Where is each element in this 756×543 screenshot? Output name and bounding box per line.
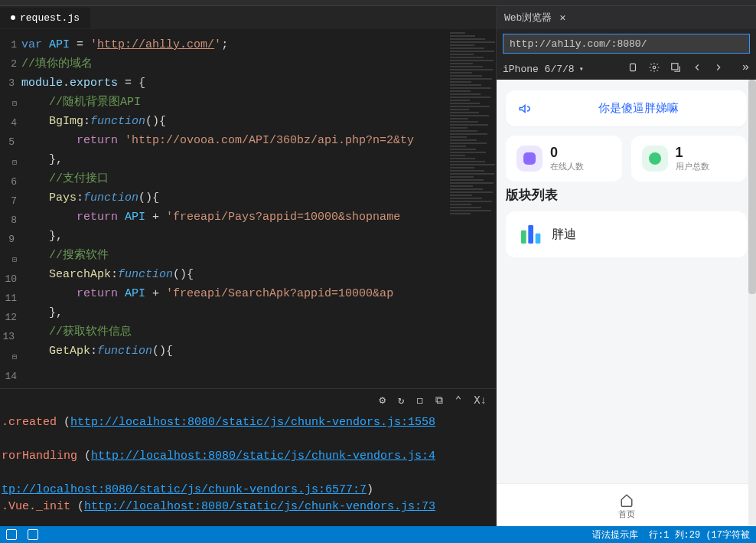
more-icon[interactable]	[739, 62, 750, 76]
editor-pane: request.js 123 ⊟45 ⊟6789 ⊟10111213 ⊟1415…	[0, 6, 496, 526]
svg-point-1	[653, 66, 656, 69]
nav-home[interactable]: 首页	[618, 493, 635, 520]
svg-rect-5	[536, 234, 541, 244]
users-label: 用户总数	[676, 161, 709, 172]
editor-tab-requestjs[interactable]: request.js	[0, 8, 90, 28]
external-icon[interactable]: ⧉	[435, 394, 443, 407]
browser-tab[interactable]: Web浏览器 ✕	[497, 6, 756, 29]
online-count: 0	[550, 145, 584, 161]
bottom-nav: 首页	[497, 483, 756, 526]
stats-row: 0 在线人数 1 用户总数	[506, 136, 747, 182]
svg-rect-3	[521, 231, 526, 244]
section-title: 版块列表	[506, 186, 747, 204]
scrollbar-thumb[interactable]	[748, 80, 756, 294]
tab-filename: request.js	[20, 12, 80, 24]
users-icon	[642, 146, 668, 172]
main-area: request.js 123 ⊟45 ⊟6789 ⊟10111213 ⊟1415…	[0, 6, 756, 526]
home-icon	[619, 493, 634, 507]
preview-body[interactable]: 你是傻逼胖娣嘛 0 在线人数 1 用户总数	[497, 80, 756, 483]
mobile-preview: 你是傻逼胖娣嘛 0 在线人数 1 用户总数	[497, 80, 756, 526]
stat-users[interactable]: 1 用户总数	[631, 136, 748, 182]
speaker-icon	[518, 102, 532, 116]
console-toolbar: ⚙ ↻ ◻ ⧉ ⌃ X↓	[0, 388, 496, 411]
forward-icon[interactable]	[713, 62, 724, 76]
syntax-label[interactable]: 语法提示库	[592, 528, 638, 541]
status-bar: 语法提示库 行:1 列:29 (17字符被	[0, 526, 756, 543]
back-icon[interactable]	[692, 62, 702, 76]
rotate-icon[interactable]	[627, 62, 638, 76]
status-icon-2[interactable]	[28, 529, 38, 540]
forum-name: 胖迪	[552, 227, 576, 243]
reload-icon[interactable]: ↻	[398, 394, 404, 407]
url-input[interactable]: http://ahlly.com/:8080/	[503, 34, 750, 54]
online-icon	[516, 146, 543, 172]
popout-icon[interactable]	[670, 62, 681, 76]
preview-scrollbar[interactable]	[748, 80, 756, 526]
announcement-text: 你是傻逼胖娣嘛	[543, 101, 735, 116]
forum-item[interactable]: 胖迪	[506, 211, 747, 257]
editor-tab-bar[interactable]: request.js	[0, 6, 496, 29]
browser-tab-label: Web浏览器	[504, 11, 552, 25]
svg-rect-4	[528, 225, 533, 244]
collapse-up-icon[interactable]: ⌃	[455, 394, 461, 407]
stat-online[interactable]: 0 在线人数	[506, 136, 622, 182]
cursor-position[interactable]: 行:1 列:29 (17字符被	[649, 528, 750, 541]
code-area[interactable]: var API = 'http://ahlly.com/';//填你的域名mod…	[21, 29, 448, 388]
window-topbar	[0, 0, 756, 6]
browser-pane: Web浏览器 ✕ http://ahlly.com/:8080/ iPhone …	[496, 6, 756, 526]
console-output[interactable]: .created (http://localhost:8080/static/j…	[0, 411, 496, 526]
svg-rect-0	[631, 64, 636, 70]
announcement-card[interactable]: 你是傻逼胖娣嘛	[506, 90, 747, 126]
device-toolbar: iPhone 6/7/8	[497, 58, 756, 80]
users-count: 1	[676, 145, 709, 161]
online-label: 在线人数	[550, 161, 584, 172]
gear-icon[interactable]	[649, 62, 660, 76]
stop-icon[interactable]: ◻	[416, 394, 422, 407]
status-icon-1[interactable]	[6, 529, 17, 540]
svg-rect-2	[672, 64, 678, 70]
minimap[interactable]	[448, 29, 496, 388]
url-text: http://ahlly.com/:8080/	[510, 38, 647, 50]
debug-icon[interactable]: ⚙	[379, 394, 385, 407]
close-console-icon[interactable]: X↓	[474, 394, 487, 407]
forum-icon	[518, 222, 543, 247]
close-icon[interactable]: ✕	[559, 11, 565, 24]
code-editor[interactable]: 123 ⊟45 ⊟6789 ⊟10111213 ⊟14151617 ⊟ var …	[0, 29, 496, 388]
device-select[interactable]: iPhone 6/7/8	[503, 64, 584, 75]
line-gutter: 123 ⊟45 ⊟6789 ⊟10111213 ⊟14151617 ⊟	[0, 29, 21, 388]
